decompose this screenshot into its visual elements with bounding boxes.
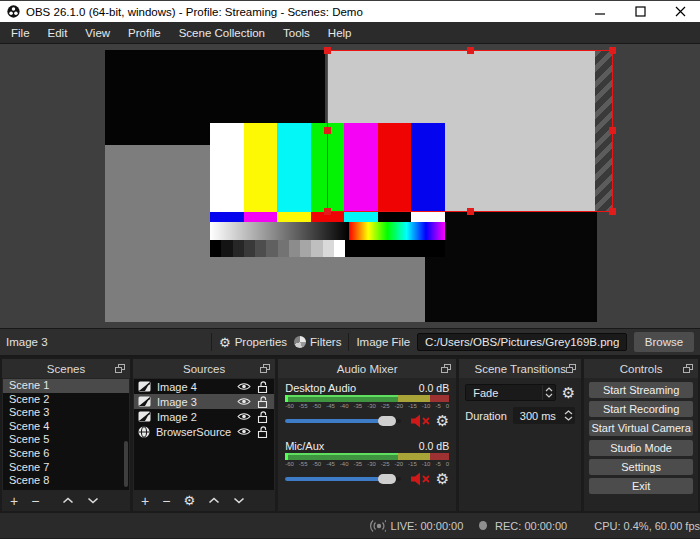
menu-item-profile[interactable]: Profile (119, 27, 170, 39)
selection-handle[interactable] (324, 127, 331, 134)
close-icon (675, 6, 686, 17)
spin-up-button[interactable] (564, 410, 573, 415)
source-item-browsersource[interactable]: BrowserSource (134, 424, 274, 439)
channel-name: Desktop Audio (285, 382, 356, 394)
source-item-image-3[interactable]: Image 3 (134, 394, 274, 409)
toggle-visibility-button[interactable] (237, 427, 251, 436)
browse-button[interactable]: Browse (634, 332, 694, 352)
selection-handle[interactable] (324, 208, 331, 215)
start-recording-button[interactable]: Start Recording (589, 401, 693, 417)
selection-handle[interactable] (609, 127, 616, 134)
minimize-icon (595, 6, 606, 17)
volume-meter (285, 453, 449, 460)
controls-body: Start StreamingStart RecordingStart Virt… (584, 378, 698, 511)
properties-button[interactable]: ⚙ Properties (219, 336, 287, 349)
spin-down-button[interactable] (564, 416, 573, 421)
scene-item-scene-8[interactable]: Scene 8 (3, 474, 129, 488)
tick-label: -50 (313, 402, 322, 410)
gray-step (300, 240, 311, 257)
tick-label: 0 (446, 460, 449, 468)
menu-item-file[interactable]: File (2, 27, 39, 39)
exit-button[interactable]: Exit (589, 478, 693, 494)
menu-item-edit[interactable]: Edit (39, 27, 77, 39)
start-streaming-button[interactable]: Start Streaming (589, 382, 693, 398)
slider-handle[interactable] (378, 416, 396, 426)
controls-panel-header: Controls (584, 359, 698, 378)
channel-settings-button[interactable]: ⚙ (436, 471, 449, 486)
add-scene-button[interactable]: + (10, 494, 18, 508)
chevron-up-icon (545, 387, 553, 392)
transition-properties-button[interactable]: ⚙ (562, 385, 575, 400)
menu-item-tools[interactable]: Tools (274, 27, 319, 39)
meter-scale: -60-55-50-45-40-35-30-25-20-15-10-50 (285, 402, 449, 410)
selection-handle[interactable] (467, 47, 474, 54)
scene-item-scene-6[interactable]: Scene 6 (3, 447, 129, 461)
scene-item-scene-1[interactable]: Scene 1 (3, 379, 129, 393)
source-item-image-2[interactable]: Image 2 (134, 409, 274, 424)
toggle-visibility-button[interactable] (237, 382, 251, 391)
selection-outline[interactable] (327, 50, 613, 212)
tick-label: -55 (299, 460, 308, 468)
move-source-down-button[interactable] (233, 497, 245, 504)
dock-icon (115, 364, 125, 373)
toggle-visibility-button[interactable] (237, 412, 251, 421)
toggle-visibility-button[interactable] (237, 397, 251, 406)
selection-handle[interactable] (609, 47, 616, 54)
volume-slider[interactable] (285, 477, 401, 481)
gray-step (289, 240, 300, 257)
mute-button[interactable] (410, 472, 432, 486)
move-source-up-button[interactable] (208, 497, 220, 504)
scene-item-scene-3[interactable]: Scene 3 (3, 406, 129, 420)
scene-item-scene-4[interactable]: Scene 4 (3, 420, 129, 434)
channel-name: Mic/Aux (285, 440, 324, 452)
duration-spinbox[interactable]: 300 ms (513, 407, 575, 424)
gray-step (278, 240, 289, 257)
image-file-input[interactable] (417, 333, 627, 351)
colorbars-gradient-row (210, 222, 445, 240)
move-scene-down-button[interactable] (87, 497, 99, 504)
menu-item-help[interactable]: Help (319, 27, 361, 39)
toggle-lock-button[interactable] (257, 426, 268, 438)
duration-value: 300 ms (520, 410, 556, 422)
remove-scene-button[interactable]: − (31, 494, 39, 508)
lock-icon (257, 381, 268, 393)
controls-title: Controls (620, 363, 663, 375)
toggle-lock-button[interactable] (257, 381, 268, 393)
source-item-image-4[interactable]: Image 4 (134, 379, 274, 394)
studio-mode-button[interactable]: Studio Mode (589, 440, 693, 456)
selection-handle[interactable] (609, 208, 616, 215)
tick-label: -35 (353, 460, 362, 468)
channel-settings-button[interactable]: ⚙ (436, 413, 449, 428)
mute-button[interactable] (410, 414, 432, 428)
scenes-scrollbar[interactable] (124, 441, 128, 487)
grayscale-steps (210, 240, 345, 257)
audio-mixer-panel: Audio Mixer Desktop Audio0.0 dB-60-55-50… (278, 359, 456, 511)
settings-button[interactable]: Settings (589, 459, 693, 475)
move-scene-up-button[interactable] (62, 497, 74, 504)
scene-item-black-bottom[interactable] (425, 212, 597, 322)
scene-item-scene-7[interactable]: Scene 7 (3, 461, 129, 475)
selection-handle[interactable] (467, 208, 474, 215)
menu-bar: FileEditViewProfileScene CollectionTools… (0, 22, 700, 44)
scenes-title: Scenes (47, 363, 85, 375)
scene-item-scene-5[interactable]: Scene 5 (3, 433, 129, 447)
scene-item-scene-2[interactable]: Scene 2 (3, 393, 129, 407)
transition-select[interactable]: Fade (465, 384, 556, 401)
mixer-channel-desktop-audio: Desktop Audio0.0 dB-60-55-50-45-40-35-30… (285, 382, 449, 429)
start-virtual-camera-button[interactable]: Start Virtual Camera (589, 420, 693, 436)
toggle-lock-button[interactable] (257, 411, 268, 423)
toggle-lock-button[interactable] (257, 396, 268, 408)
selection-handle[interactable] (324, 47, 331, 54)
slider-handle[interactable] (378, 474, 396, 484)
source-properties-button[interactable]: ⚙ (183, 494, 195, 507)
filters-button[interactable]: Filters (294, 336, 341, 348)
remove-source-button[interactable]: − (162, 494, 170, 508)
menu-item-scene-collection[interactable]: Scene Collection (170, 27, 274, 39)
maximize-button[interactable] (620, 1, 660, 22)
volume-slider[interactable] (285, 419, 401, 423)
tick-label: -30 (367, 460, 376, 468)
close-button[interactable] (660, 1, 700, 22)
add-source-button[interactable]: + (141, 494, 149, 508)
minimize-button[interactable] (580, 1, 620, 22)
menu-item-view[interactable]: View (76, 27, 119, 39)
